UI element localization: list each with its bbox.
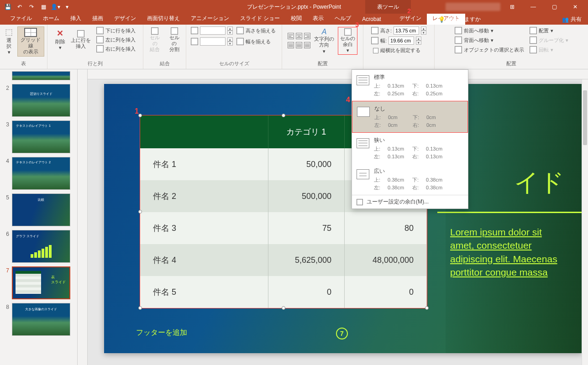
cell-margins-button[interactable]: 3 セルの 余白▾ [338,27,357,55]
cell-r2c1[interactable]: 件名 2 [140,180,268,212]
align-bottom-button[interactable] [304,42,310,48]
row-height-input[interactable]: ▴▾ [200,26,233,35]
cell-r4c2[interactable]: 5,625,000 [268,244,345,276]
align-right-button[interactable] [304,33,310,39]
handle-se[interactable] [425,306,429,310]
tab-insert[interactable]: 挿入 [65,13,87,25]
insert-below-button[interactable]: 下に行を挿入 [94,26,137,35]
share-button[interactable]: 👥 共有 [562,16,582,23]
tab-animations[interactable]: アニメーション [185,13,235,25]
tab-acrobat[interactable]: Acrobat [357,15,386,25]
qat-touch[interactable]: 👤▾ [50,2,60,12]
cell-r5c1[interactable]: 件名 5 [140,276,268,308]
annotation-4: 4 [346,96,350,104]
handle-n[interactable] [282,114,285,117]
slide-title[interactable]: イド [514,166,564,199]
lock-aspect-checkbox[interactable]: 縦横比を固定する [371,47,422,54]
window-title: プレゼンテーション.pptx - PowerPoint [247,3,341,11]
bring-forward-button[interactable]: 前面へ移動 ▾ [453,26,526,35]
col-width-input[interactable]: ▴▾ [200,37,233,46]
close-button[interactable]: ✕ [566,0,584,14]
user-account[interactable] [446,3,500,11]
gridlines-icon [24,28,37,37]
cell-r3c1[interactable]: 件名 3 [140,212,268,244]
tab-review[interactable]: 校閲 [285,13,307,25]
align-top-button[interactable] [288,42,294,48]
align-left-button[interactable] [288,33,294,39]
slide-canvas[interactable]: イド Lorem ipsum dolor sit amet, consectet… [104,84,583,353]
margin-option-wide[interactable]: 広い 上:0.38cm下:0.38cm 左:0.38cm右:0.38cm [352,164,468,195]
delete-button[interactable]: ✕ 削除▾ [53,28,67,52]
insert-above-icon [77,30,84,37]
split-cells-button[interactable]: セルの 分割 [166,26,184,54]
tab-help[interactable]: ヘルプ [329,13,357,25]
handle-nw[interactable] [138,114,142,117]
th-0[interactable] [140,115,268,148]
table-height-input[interactable] [394,26,419,35]
tab-design[interactable]: デザイン [109,13,142,25]
handle-s[interactable] [282,306,285,310]
distribute-rows-button[interactable]: 高さを揃える [235,26,278,35]
cell-r3c3[interactable]: 80 [345,212,427,244]
cell-r5c2[interactable]: 0 [268,276,345,308]
slide-panel[interactable]: 2区切りスライド 3テキストのレイアウト 1 4テキストのレイアウト 2 5比較… [0,69,78,365]
vertical-scrollbar[interactable] [582,79,588,365]
slide-thumb-2[interactable]: 区切りスライド [12,84,70,117]
cell-r2c2[interactable]: 500,000 [268,180,345,212]
slide-thumb-5[interactable]: 比較 [12,193,70,226]
slide-subtitle[interactable]: Lorem ipsum dolor sit amet, consectetuer… [450,225,564,279]
selection-pane-button[interactable]: オブジェクトの選択と表示 [453,46,526,54]
cell-r4c1[interactable]: 件名 4 [140,244,268,276]
view-gridlines-button[interactable]: グリッド線 の表示 [17,26,44,57]
minimize-button[interactable]: — [524,0,542,14]
margin-option-narrow[interactable]: 狭い 上:0.13cm下:0.13cm 左:0.13cm右:0.13cm [352,133,468,164]
qat-save[interactable]: 💾 [3,2,13,12]
qat-more[interactable]: ▾ [62,2,72,12]
tab-file[interactable]: ファイル [5,13,37,25]
th-1[interactable]: カテゴリ 1 [268,115,345,148]
ribbon-display-button[interactable]: ⊞ [503,0,521,14]
align-objects-button[interactable]: 配置 ▾ [528,26,570,35]
slide-footer[interactable]: フッターを追加 [136,328,187,338]
text-direction-button[interactable]: A 文字列の 方向▾ [312,26,336,55]
cell-r1c2[interactable]: 50,000 [268,148,345,180]
qat-undo[interactable]: ↶ [15,2,25,12]
insert-right-button[interactable]: 右に列を挿入 [94,45,137,53]
send-backward-button[interactable]: 背面へ移動 ▾ [453,36,526,44]
insert-left-button[interactable]: 左に列を挿入 [94,36,137,44]
tab-home[interactable]: ホーム [37,13,65,25]
bring-forward-icon [455,27,462,34]
slide-thumb-1-partial[interactable] [12,71,70,80]
margin-option-none[interactable]: 4 なし 上:0cm下:0cm 左:0cm右:0cm [352,101,468,133]
align-middle-button[interactable] [296,42,302,48]
scrollbar-thumb[interactable] [583,90,587,145]
distribute-cols-button[interactable]: 幅を揃える [235,37,273,46]
slide-thumb-7[interactable]: 表スライド [12,266,70,299]
slide-thumb-3[interactable]: テキストのレイアウト 1 [12,120,70,153]
cell-r5c3[interactable]: 0 [345,276,427,308]
margin-option-normal[interactable]: 標準 上:0.13cm下:0.13cm 左:0.25cm右:0.25cm [352,70,468,101]
tab-draw[interactable]: 描画 [87,13,109,25]
maximize-button[interactable]: ▢ [545,0,563,14]
qat-slideshow[interactable]: ▦ [38,2,48,12]
tab-table-design[interactable]: デザイン [394,13,427,25]
handle-w[interactable] [138,210,142,214]
insert-above-button[interactable]: 上に行を 挿入 [69,29,93,50]
margin-option-custom[interactable]: ユーザー設定の余白(M)... [352,195,468,209]
cell-r3c2[interactable]: 75 [268,212,345,244]
align-center-button[interactable] [296,33,302,39]
tell-me[interactable]: 💡 何をしますか [438,16,481,23]
tab-view[interactable]: 表示 [307,13,329,25]
slide-thumb-4[interactable]: テキストのレイアウト 2 [12,157,70,190]
slide-thumb-8[interactable]: 大きな画像のスライド [12,303,70,336]
handle-sw[interactable] [138,306,142,310]
select-button[interactable]: ⬚ 選択▾ [3,26,16,56]
slide-thumb-6[interactable]: グラフ スライド [12,230,70,263]
qat-redo[interactable]: ↷ [26,2,37,12]
cell-r4c3[interactable]: 48,000,000 [345,244,427,276]
cell-r1c1[interactable]: 件名 1 [140,148,268,180]
tab-transitions[interactable]: 画面切り替え [142,13,185,25]
tab-slideshow[interactable]: スライド ショー [235,13,285,25]
table-width-input[interactable] [388,36,414,45]
slide-num-7: 7 [3,266,9,299]
